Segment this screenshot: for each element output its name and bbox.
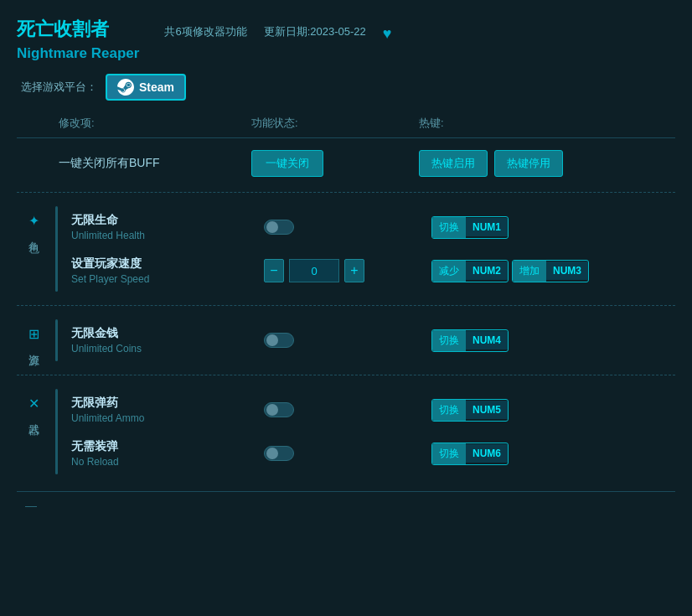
category-text-0: 角色 [26, 232, 41, 236]
global-hotkey-btns: 热键启用 热键停用 [419, 150, 563, 177]
heart-icon[interactable]: ♥ [383, 25, 392, 43]
toggle-knob-2-0 [266, 404, 278, 416]
hotkey-btn-0-1-0[interactable]: 减少NUM2 [431, 260, 509, 282]
bottom-bar: — [17, 491, 675, 519]
toggle-switch-0-0[interactable] [264, 220, 294, 235]
steam-button[interactable]: Steam [106, 74, 186, 101]
section-divider-0 [17, 305, 675, 306]
hotkey-enable-button[interactable]: 热键启用 [419, 150, 488, 177]
section-divider-top [17, 192, 675, 193]
toggle-switch-2-0[interactable] [264, 402, 294, 417]
plus-button-0-1[interactable]: + [344, 259, 364, 282]
game-title-en: Nightmare Reaper [17, 45, 139, 62]
platform-label: 选择游戏平台： [21, 80, 97, 95]
category-label-area-2: ✕武器 [17, 389, 50, 474]
category-items-2: 无限弹药Unlimited Ammo切换NUM5无需装弹No Reload切换N… [63, 389, 675, 474]
mod-hotkeys-0-0: 切换NUM1 [431, 216, 675, 239]
mod-name-en-2-0: Unlimited Ammo [71, 412, 264, 424]
mod-info-2-1: 无需装弹No Reload [71, 439, 264, 468]
one-click-off-button[interactable]: 一键关闭 [251, 150, 323, 177]
hotkey-btn-0-1-1[interactable]: 增加NUM3 [512, 260, 589, 282]
category-section-1: ⊞资源无限金钱Unlimited Coins切换NUM4 [17, 311, 675, 370]
hotkey-btn-2-0-0[interactable]: 切换NUM5 [431, 399, 509, 422]
num-input-0-1[interactable] [289, 259, 339, 282]
category-icon-2: ✕ [28, 396, 39, 412]
mod-info-1-0: 无限金钱Unlimited Coins [71, 326, 264, 355]
hotkey-label-0-1-1: 增加 [513, 261, 546, 282]
hotkey-btn-2-1-0[interactable]: 切换NUM6 [431, 443, 509, 465]
hotkey-key-0-1-1: NUM3 [546, 261, 588, 280]
mod-info-0-1: 设置玩家速度Set Player Speed [71, 256, 264, 285]
mod-toggle-area-1-0 [264, 333, 431, 348]
header: 死亡收割者 Nightmare Reaper 共6项修改器功能 更新日期:202… [17, 17, 675, 62]
mod-name-en-0-1: Set Player Speed [71, 273, 264, 285]
mod-hotkeys-0-1: 减少NUM2增加NUM3 [431, 260, 675, 282]
steam-label: Steam [139, 80, 174, 94]
hotkey-label-2-1-0: 切换 [432, 443, 466, 464]
mod-info-2-0: 无限弹药Unlimited Ammo [71, 396, 264, 424]
hotkey-key-0-1-0: NUM2 [466, 261, 508, 280]
mod-row-2-1: 无需装弹No Reload切换NUM6 [63, 432, 675, 474]
category-label-area-0: ✦角色 [17, 206, 50, 292]
col-header-status: 功能状态: [251, 116, 419, 131]
mod-toggle-area-2-0 [264, 402, 431, 417]
hotkey-btn-1-0-0[interactable]: 切换NUM4 [431, 329, 509, 352]
mod-name-cn-2-0: 无限弹药 [71, 396, 264, 411]
mod-name-en-2-1: No Reload [71, 456, 264, 468]
category-text-2: 武器 [26, 415, 41, 418]
category-bar-2 [55, 389, 58, 474]
category-icon-1: ⊞ [28, 326, 39, 342]
mod-name-en-0-0: Unlimited Health [71, 230, 264, 241]
hotkey-btn-0-0-0[interactable]: 切换NUM1 [431, 216, 509, 239]
category-bar-0 [55, 206, 58, 292]
category-items-1: 无限金钱Unlimited Coins切换NUM4 [63, 319, 675, 361]
mod-name-cn-2-1: 无需装弹 [71, 439, 264, 454]
hotkey-key-0-0-0: NUM1 [466, 218, 508, 236]
mod-hotkeys-2-0: 切换NUM5 [431, 399, 675, 422]
section-divider-1 [17, 375, 675, 375]
mod-count: 共6项修改器功能 [164, 24, 246, 39]
column-headers: 修改项: 功能状态: 热键: [17, 116, 675, 138]
update-date: 更新日期:2023-05-22 [264, 24, 366, 39]
steam-logo-icon [117, 79, 134, 96]
global-mod-name: 一键关闭所有BUFF [59, 156, 251, 171]
category-section-2: ✕武器无限弹药Unlimited Ammo切换NUM5无需装弹No Reload… [17, 380, 675, 483]
mod-toggle-area-0-1: −+ [264, 259, 431, 282]
category-items-0: 无限生命Unlimited Health切换NUM1设置玩家速度Set Play… [63, 206, 675, 292]
category-icon-0: ✦ [28, 213, 39, 229]
platform-row: 选择游戏平台： Steam [17, 74, 675, 101]
category-bar-1 [55, 319, 58, 361]
hotkey-label-2-0-0: 切换 [432, 400, 466, 421]
minus-button-0-1[interactable]: − [264, 259, 284, 282]
toggle-switch-1-0[interactable] [264, 333, 294, 348]
global-status-btns: 一键关闭 [251, 150, 419, 177]
mod-toggle-area-0-0 [264, 220, 431, 235]
category-text-1: 资源 [26, 345, 41, 349]
hotkey-key-2-1-0: NUM6 [466, 444, 508, 463]
game-title-cn: 死亡收割者 [17, 17, 139, 42]
category-section-0: ✦角色无限生命Unlimited Health切换NUM1设置玩家速度Set P… [17, 198, 675, 300]
toggle-knob-0-0 [266, 221, 278, 233]
bottom-icon: — [25, 499, 37, 512]
header-meta: 共6项修改器功能 更新日期:2023-05-22 ♥ [164, 20, 391, 43]
hotkey-key-2-0-0: NUM5 [466, 401, 508, 419]
mod-row-0-0: 无限生命Unlimited Health切换NUM1 [63, 206, 675, 248]
mod-toggle-area-2-1 [264, 446, 431, 461]
global-buttons-row: 一键关闭所有BUFF 一键关闭 热键启用 热键停用 [17, 142, 675, 185]
toggle-switch-2-1[interactable] [264, 446, 294, 461]
mod-name-cn-1-0: 无限金钱 [71, 326, 264, 341]
hotkey-label-0-0-0: 切换 [432, 217, 466, 238]
col-header-mod: 修改项: [59, 116, 251, 131]
mod-name-cn-0-1: 设置玩家速度 [71, 256, 264, 272]
mod-row-2-0: 无限弹药Unlimited Ammo切换NUM5 [63, 389, 675, 431]
mod-row-1-0: 无限金钱Unlimited Coins切换NUM4 [63, 319, 675, 361]
hotkey-disable-button[interactable]: 热键停用 [494, 150, 563, 177]
speed-control-0-1: −+ [264, 259, 364, 282]
mod-name-cn-0-0: 无限生命 [71, 213, 264, 228]
category-label-area-1: ⊞资源 [17, 319, 50, 361]
categories-container: ✦角色无限生命Unlimited Health切换NUM1设置玩家速度Set P… [17, 198, 675, 483]
header-left: 死亡收割者 Nightmare Reaper [17, 17, 139, 62]
hotkey-label-1-0-0: 切换 [432, 330, 466, 351]
mod-name-en-1-0: Unlimited Coins [71, 343, 264, 355]
hotkey-label-0-1-0: 减少 [432, 261, 466, 282]
